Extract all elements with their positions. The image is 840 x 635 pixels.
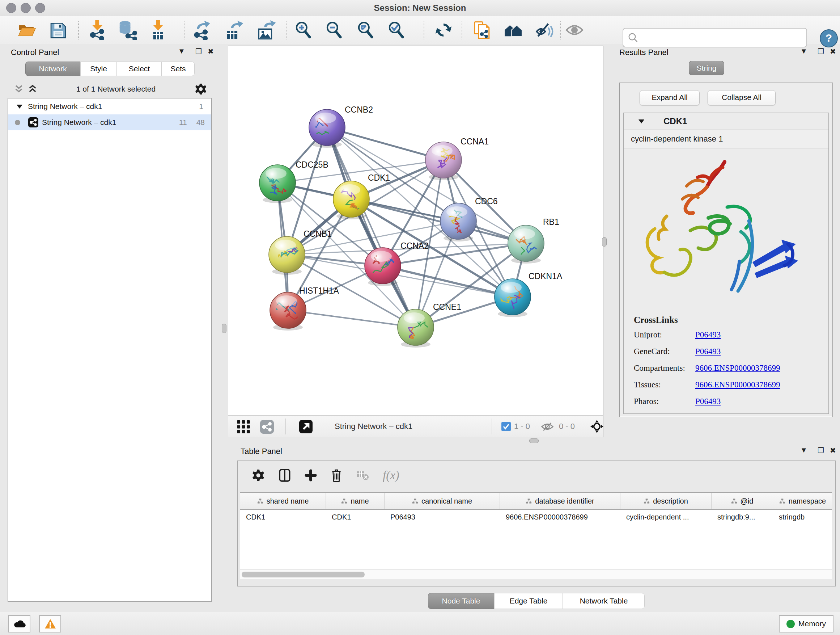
add-column-icon[interactable] [305,469,317,481]
horizontal-splitter-handle[interactable] [529,439,538,443]
zoom-fit-button[interactable] [355,20,376,40]
refresh-button[interactable] [433,20,454,40]
results-panel-close-button[interactable]: ✖ [830,47,836,56]
crosslink-link[interactable]: P06493 [695,330,721,340]
share-view-icon[interactable] [260,420,274,434]
results-panel: Results Panel ▼ ❐ ✖ String Expand All Co… [605,44,840,440]
open-in-window-icon[interactable] [299,420,313,433]
tab-edge-table[interactable]: Edge Table [494,593,563,609]
gene-section-header[interactable]: CDK1 [624,113,829,130]
table-panel-close-button[interactable]: ✖ [830,446,836,455]
expand-all-button[interactable]: Expand All [639,90,699,105]
zoom-in-button[interactable] [293,20,313,40]
table-panel-float-button[interactable]: ❐ [818,446,824,455]
delete-column-icon[interactable] [331,469,342,482]
tab-node-table[interactable]: Node Table [428,593,494,609]
maximize-window-button[interactable] [35,3,45,13]
export-image-button[interactable] [256,20,277,40]
zoom-in-icon [294,21,312,39]
crosshair-icon[interactable] [590,420,604,433]
results-panel-menu-button[interactable]: ▼ [800,47,807,55]
table-row[interactable]: CDK1 CDK1 P06493 9606.ENSP00000378699 cy… [240,510,832,526]
tab-select[interactable]: Select [117,62,162,76]
zoom-out-button[interactable] [324,20,344,40]
column-header[interactable]: @id [712,493,773,509]
crosslink-link[interactable]: 9606.ENSP00000378699 [695,380,780,390]
network-edge[interactable] [327,127,416,327]
warning-status-button[interactable] [39,615,61,632]
network-node-label: CCNA1 [461,137,489,146]
network-options-gear-icon[interactable] [195,83,207,95]
network-edge[interactable] [288,310,416,327]
delete-table-icon [356,470,369,481]
show-eye-button[interactable] [564,20,584,40]
results-panel-float-button[interactable]: ❐ [818,47,824,56]
network-view-title: String Network – cdk1 [335,416,412,437]
column-header[interactable]: description [621,493,712,509]
column-header[interactable]: shared name [240,493,326,509]
hidden-eye-icon[interactable] [541,422,554,432]
vertical-splitter-handle[interactable] [602,237,607,247]
network-collection-row[interactable]: String Network – cdk1 1 [8,98,211,114]
save-session-button[interactable] [48,20,68,40]
column-header[interactable]: name [326,493,385,509]
crosslink-link[interactable]: P06493 [695,397,721,406]
search-input[interactable] [641,33,804,42]
export-network-button[interactable] [192,20,212,40]
memory-label: Memory [798,619,826,628]
collection-expander-icon[interactable] [16,104,23,109]
selected-checkbox-icon[interactable] [501,422,511,431]
status-bar: Memory [0,612,840,635]
network-node-label: HIST1H1A [299,286,339,295]
tab-network[interactable]: Network [25,62,80,76]
control-panel-close-button[interactable]: ✖ [208,47,214,56]
close-window-button[interactable] [6,3,16,13]
table-gear-icon[interactable] [252,469,265,482]
column-header[interactable]: canonical name [385,493,500,509]
open-session-button[interactable] [17,20,37,40]
column-header[interactable]: namespace [773,493,832,509]
network-edge-count: 48 [196,118,205,127]
refresh-icon [434,21,453,39]
gene-expander-icon[interactable] [638,119,645,124]
column-settings-icon[interactable] [279,469,291,482]
org-chart-icon [412,498,418,504]
cloud-status-button[interactable] [8,615,30,632]
import-table-button[interactable] [148,20,168,40]
collapse-all-button[interactable]: Collapse All [707,90,775,105]
import-network-from-database-button[interactable] [117,20,137,40]
minimize-window-button[interactable] [21,3,31,13]
scrollbar-thumb[interactable] [242,572,365,578]
string-import-button[interactable] [472,20,493,40]
tab-sets[interactable]: Sets [162,62,195,76]
collapse-all-icon[interactable] [14,84,24,94]
zoom-out-icon [325,21,343,39]
expand-all-icon[interactable] [28,84,37,94]
birdseye-icon[interactable] [237,420,250,434]
network-canvas[interactable]: CCNB2CCNA1CDC25BCDK1CDC6RB1CCNB1CCNA2CDK… [228,46,603,415]
network-row[interactable]: String Network – cdk1 11 48 [8,114,211,130]
control-panel-float-button[interactable]: ❐ [195,47,202,56]
table-panel-menu-button[interactable]: ▼ [800,446,807,454]
control-panel-menu-button[interactable]: ▼ [178,47,185,55]
crosslink-link[interactable]: P06493 [695,347,721,356]
tab-network-table[interactable]: Network Table [563,593,645,609]
footer-divider [535,418,535,434]
network-selection-row: 1 of 1 Network selected [8,82,212,96]
vertical-splitter-handle[interactable] [222,324,226,333]
crosslink-label: Pharos: [634,397,659,406]
zoom-selected-button[interactable] [386,20,406,40]
table-horizontal-scrollbar[interactable] [240,570,832,579]
memory-button[interactable]: Memory [779,615,834,632]
tab-style[interactable]: Style [80,62,117,76]
export-network-icon [193,20,212,40]
hide-glasses-button[interactable] [535,20,555,40]
results-panel-title: Results Panel [619,48,668,57]
crosslink-link[interactable]: 9606.ENSP00000378699 [695,363,780,373]
tab-string[interactable]: String [689,61,724,75]
session-homes-button[interactable] [503,20,523,40]
column-header[interactable]: database identifier [500,493,621,509]
import-network-button[interactable] [88,20,108,40]
selected-counts: 1 - 0 [514,416,530,437]
export-table-button[interactable] [224,20,245,40]
